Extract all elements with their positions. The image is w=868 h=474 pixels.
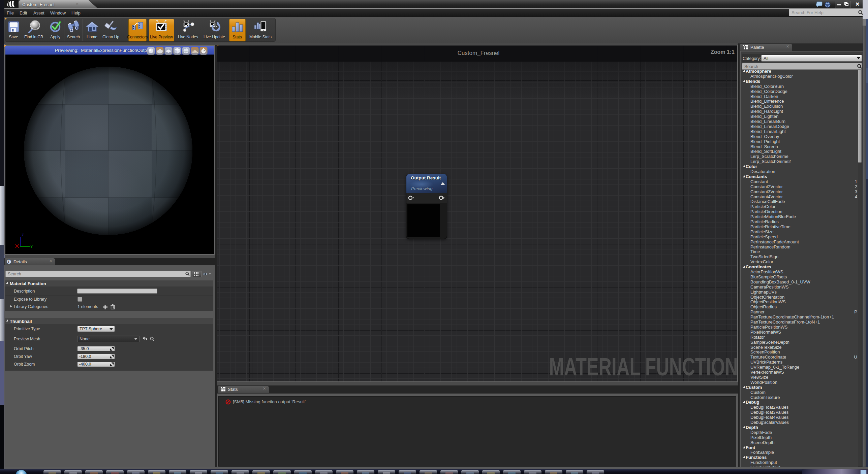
svg-text:Z: Z [22, 233, 24, 237]
svg-text:i: i [8, 260, 9, 264]
svg-text:Y: Y [30, 244, 33, 248]
